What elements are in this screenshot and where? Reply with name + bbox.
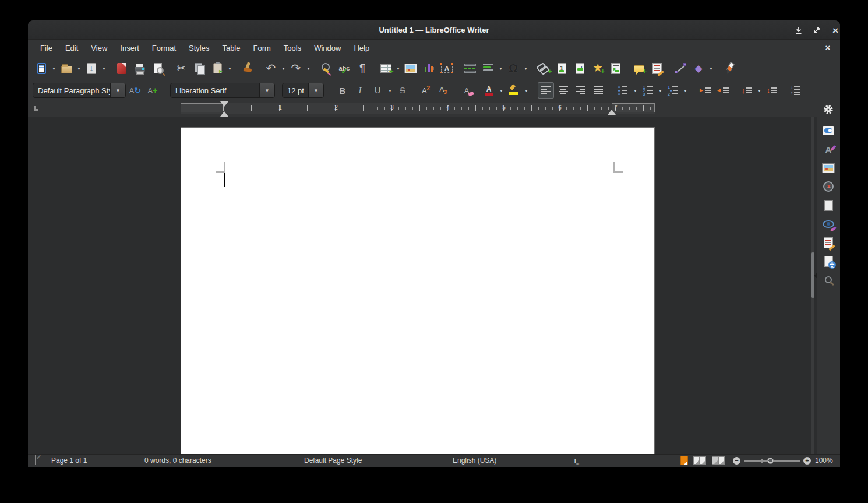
insert-page-number-button[interactable]: 1	[553, 59, 570, 78]
font-size-combobox[interactable]: 12 pt ▼	[282, 83, 324, 98]
menu-edit[interactable]: Edit	[59, 41, 84, 55]
superscript-button[interactable]: A2	[418, 82, 434, 99]
menu-table[interactable]: Table	[216, 41, 246, 55]
special-character-dropdown[interactable]: ▼	[523, 59, 529, 78]
clone-formatting-button[interactable]	[239, 59, 256, 78]
sidebar-tab-accessibility-check[interactable]	[820, 254, 837, 269]
right-indent-marker[interactable]	[608, 105, 616, 115]
copy-button[interactable]	[190, 59, 208, 78]
outline-list-dropdown[interactable]: ▼	[682, 81, 689, 100]
sidebar-tab-zoom[interactable]	[820, 272, 837, 287]
redo-dropdown[interactable]: ▼	[305, 59, 312, 78]
basic-shapes-dropdown[interactable]: ▼	[708, 59, 714, 78]
zoom-slider-thumb[interactable]	[767, 458, 774, 464]
menu-help[interactable]: Help	[347, 41, 376, 55]
page-count[interactable]: Page 1 of 1	[51, 456, 87, 465]
outline-list-button[interactable]: 1 2	[665, 82, 681, 99]
highlight-color-button[interactable]	[506, 82, 522, 99]
page-style[interactable]: Default Page Style	[304, 456, 362, 465]
bullet-list-button[interactable]	[615, 82, 631, 99]
undo-dropdown[interactable]: ▼	[280, 59, 287, 78]
numbered-list-button[interactable]: 1 2 3	[640, 82, 656, 99]
insert-table-dropdown[interactable]: ▼	[395, 59, 401, 78]
close-document-icon[interactable]: ×	[823, 42, 833, 52]
subscript-button[interactable]: A2	[435, 82, 451, 99]
align-left-button[interactable]	[538, 82, 554, 99]
basic-shapes-button[interactable]: ◆	[690, 59, 707, 78]
insert-header-footer-button[interactable]: i	[571, 59, 588, 78]
menu-format[interactable]: Format	[146, 41, 182, 55]
sort-button[interactable]: ↓ ↑	[787, 82, 803, 99]
insert-text-box-button[interactable]: A	[438, 59, 456, 78]
numbered-list-dropdown[interactable]: ▼	[657, 81, 664, 100]
save-button[interactable]: ↓	[83, 59, 100, 78]
insert-comment-button[interactable]: +	[630, 59, 648, 78]
new-document-button[interactable]	[33, 59, 50, 78]
tab-stop-type-icon[interactable]	[34, 106, 38, 111]
bold-button[interactable]: B	[334, 82, 351, 99]
menu-insert[interactable]: Insert	[114, 41, 146, 55]
view-single-page-button[interactable]	[680, 456, 688, 467]
insert-field-dropdown[interactable]: ▼	[497, 59, 504, 78]
menu-form[interactable]: Form	[246, 41, 277, 55]
view-book-button[interactable]	[712, 456, 725, 466]
align-center-button[interactable]	[555, 82, 571, 99]
paragraph-spacing-button[interactable]: ↕	[764, 82, 780, 99]
insert-table-button[interactable]	[377, 59, 394, 78]
sidebar-tab-properties[interactable]	[820, 123, 837, 138]
paragraph-style-dropdown[interactable]: ▼	[110, 83, 125, 97]
zoom-out-button[interactable]: −	[733, 457, 740, 465]
line-spacing-dropdown[interactable]: ▼	[756, 81, 763, 100]
document-canvas[interactable]	[28, 117, 817, 454]
underline-dropdown[interactable]: ▼	[387, 81, 393, 100]
font-size-dropdown[interactable]: ▼	[308, 83, 323, 97]
open-dropdown[interactable]: ▼	[76, 59, 82, 78]
increase-indent-button[interactable]: ►	[697, 82, 713, 99]
formatting-marks-button[interactable]: ¶	[354, 59, 371, 78]
undo-button[interactable]: ↶	[262, 59, 280, 78]
insert-bookmark-button[interactable]: ★+	[589, 59, 606, 78]
justify-button[interactable]	[590, 82, 606, 99]
save-dropdown[interactable]: ▼	[101, 59, 107, 78]
font-color-dropdown[interactable]: ▼	[498, 81, 504, 100]
print-preview-button[interactable]	[149, 59, 167, 78]
document-page[interactable]	[181, 127, 655, 454]
new-style-button[interactable]: A+	[144, 82, 161, 99]
sidebar-settings-button[interactable]	[820, 102, 837, 117]
spelling-button[interactable]: abc✓	[336, 59, 353, 78]
export-pdf-button[interactable]	[113, 59, 130, 78]
bullet-list-dropdown[interactable]: ▼	[632, 81, 638, 100]
menu-styles[interactable]: Styles	[182, 41, 216, 55]
font-name-combobox[interactable]: Liberation Serif ▼	[170, 83, 275, 98]
sidebar-tab-styles[interactable]: A	[820, 142, 837, 157]
insert-chart-button[interactable]	[420, 59, 437, 78]
menu-file[interactable]: File	[34, 41, 59, 55]
font-color-button[interactable]: A	[481, 82, 497, 99]
insert-mode-icon[interactable]: I‗	[574, 456, 579, 466]
open-button[interactable]	[58, 59, 75, 78]
font-name-dropdown[interactable]: ▼	[259, 83, 274, 97]
sidebar-collapse-arrow[interactable]	[811, 273, 817, 279]
redo-button[interactable]: ↷	[287, 59, 305, 78]
decrease-indent-button[interactable]: ◄	[714, 82, 731, 99]
insert-field-button[interactable]	[479, 59, 497, 78]
paragraph-style-combobox[interactable]: Default Paragraph Style ▼	[33, 83, 126, 98]
cut-button[interactable]: ✂	[172, 59, 190, 78]
underline-button[interactable]: U	[369, 82, 386, 99]
track-changes-button[interactable]	[648, 59, 666, 78]
sidebar-tab-navigator[interactable]	[820, 179, 837, 194]
insert-cross-reference-button[interactable]	[607, 59, 624, 78]
download-icon[interactable]	[793, 25, 804, 36]
save-status-icon[interactable]	[35, 456, 36, 464]
zoom-slider[interactable]	[744, 460, 800, 462]
sidebar-tab-style-inspector[interactable]	[820, 216, 837, 231]
resize-icon[interactable]	[811, 25, 822, 36]
horizontal-ruler[interactable]: 1 2 3 4 5 6 7	[181, 103, 655, 114]
sidebar-tab-page[interactable]	[820, 198, 837, 213]
clear-formatting-button[interactable]: A	[458, 82, 475, 99]
close-window-icon[interactable]: ×	[830, 25, 840, 36]
sidebar-tab-manage-changes[interactable]	[820, 235, 837, 250]
strikethrough-button[interactable]: S	[394, 82, 411, 99]
find-replace-button[interactable]	[317, 59, 335, 78]
titlebar[interactable]: Untitled 1 — LibreOffice Writer ×	[28, 20, 840, 40]
